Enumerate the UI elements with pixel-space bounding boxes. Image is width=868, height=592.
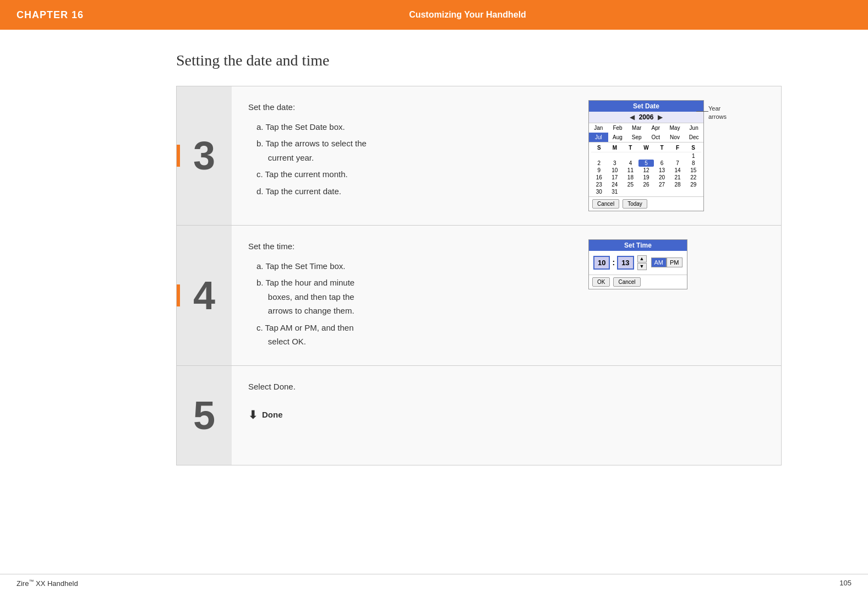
cal-cell-21[interactable]: 21 [670,174,686,181]
time-down-arrow[interactable]: ▼ [637,263,647,270]
step-4-content: Set the time: a. Tap the Set Time box. b… [232,226,781,365]
cal-hdr-t: T [623,145,638,151]
cal-row-3: 9 10 11 12 13 14 15 [591,167,701,174]
cal-cell-28[interactable]: 28 [670,181,686,188]
step-5-text: Select Done. ⬇ Done [248,380,765,425]
cal-hdr-t2: T [654,145,670,151]
cal-cell-20[interactable]: 20 [654,174,670,181]
cal-cell-empty10 [670,188,686,195]
step-4-sub-a: a. Tap the Set Time box. [256,259,566,273]
year-value: 2006 [639,113,654,121]
cal-cell-empty11 [685,188,701,195]
cal-cell-29[interactable]: 29 [685,181,701,188]
month-jul[interactable]: Jul [589,133,608,142]
cal-cell-empty4 [638,152,654,160]
time-minute-box[interactable]: 13 [617,256,634,270]
step-3-sub-d: d. Tap the current date. [256,184,566,199]
cal-cell-empty7 [623,188,638,195]
cal-cell-8[interactable]: 8 [685,160,701,167]
chapter-title: Customizing Your Handheld [84,10,851,20]
pm-button[interactable]: PM [667,257,683,267]
cal-cell-14[interactable]: 14 [670,167,686,174]
cal-cell-3[interactable]: 3 [607,160,623,167]
year-row: ◀ 2006 ▶ [589,112,703,123]
month-aug[interactable]: Aug [608,133,627,142]
month-jun[interactable]: Jun [684,123,703,133]
cal-cell-23[interactable]: 23 [591,181,607,188]
cal-cell-1[interactable]: 1 [685,152,701,160]
cal-cell-13[interactable]: 13 [654,167,670,174]
cal-header: S M T W T F S [591,144,701,152]
cal-cell-7[interactable]: 7 [670,160,686,167]
month-oct[interactable]: Oct [646,133,665,142]
cal-row-5: 23 24 25 26 27 28 29 [591,181,701,188]
cal-cell-26[interactable]: 26 [638,181,654,188]
cal-cell-30[interactable]: 30 [591,188,607,195]
months-grid: Jan Feb Mar Apr May Jun Jul Aug Sep Oct … [589,123,703,142]
cal-cell-25[interactable]: 25 [623,181,638,188]
cal-row-4: 16 17 18 19 20 21 22 [591,174,701,181]
step-4-image: Set Time 10 : 13 ▲ ▼ AM PM [588,239,765,289]
time-cancel-button[interactable]: Cancel [613,277,640,287]
calendar-grid: S M T W T F S [589,142,703,196]
cal-cell-4[interactable]: 4 [623,160,638,167]
month-apr[interactable]: Apr [646,123,665,133]
cal-cell-31[interactable]: 31 [607,188,623,195]
cal-cell-6[interactable]: 6 [654,160,670,167]
ok-button[interactable]: OK [592,277,610,287]
cal-hdr-f: F [670,145,686,151]
set-time-dialog: Set Time 10 : 13 ▲ ▼ AM PM [588,239,687,289]
date-dialog-buttons: Cancel Today [589,196,703,211]
cal-cell-19[interactable]: 19 [638,174,654,181]
month-nov[interactable]: Nov [665,133,685,142]
month-dec[interactable]: Dec [684,133,703,142]
cal-cell-12[interactable]: 12 [638,167,654,174]
am-button[interactable]: AM [651,257,667,267]
month-sep[interactable]: Sep [627,133,646,142]
section-title: Setting the date and time [176,52,835,69]
cal-cell-16[interactable]: 16 [591,174,607,181]
today-button[interactable]: Today [623,199,647,209]
step-5-row: 5 Select Done. ⬇ Done [177,366,781,465]
month-may[interactable]: May [665,123,685,133]
step-4-sub-c: c. Tap AM or PM, and then select OK. [256,321,566,349]
step-4-text: Set the time: a. Tap the Set Time box. b… [248,239,566,352]
time-hour-box[interactable]: 10 [593,256,610,270]
cancel-button[interactable]: Cancel [592,199,619,209]
cal-cell-27[interactable]: 27 [654,181,670,188]
cal-cell-22[interactable]: 22 [685,174,701,181]
cal-cell-9[interactable]: 9 [591,167,607,174]
time-up-arrow[interactable]: ▲ [637,255,647,262]
cal-cell-18[interactable]: 18 [623,174,638,181]
year-arrows-label: Yeararrows [708,105,727,122]
done-label[interactable]: Done [262,408,283,422]
cal-row-6: 30 31 [591,188,701,195]
step-3-sub-a: a. Tap the Set Date box. [256,120,566,134]
step-3-image: Set Date ◀ 2006 ▶ Jan Feb Mar Apr May [588,100,765,211]
step-3-number: 3 [193,133,215,178]
time-body: 10 : 13 ▲ ▼ AM PM [589,251,687,275]
time-ampm: AM PM [651,257,683,267]
month-mar[interactable]: Mar [627,123,646,133]
done-icon-row: ⬇ Done [248,405,283,424]
year-left-arrow[interactable]: ◀ [630,113,635,121]
step-5-main: Select Done. [248,380,765,394]
main-content: Setting the date and time 3 Set the date… [0,30,868,487]
cal-cell-11[interactable]: 11 [623,167,638,174]
cal-cell-17[interactable]: 17 [607,174,623,181]
cal-hdr-w: W [638,145,654,151]
step-3-row: 3 Set the date: a. Tap the Set Date box.… [177,86,781,226]
cal-cell-24[interactable]: 24 [607,181,623,188]
cal-cell-empty6 [670,152,686,160]
year-right-arrow[interactable]: ▶ [658,113,663,121]
cal-cell-empty1 [591,152,607,160]
month-jan[interactable]: Jan [589,123,608,133]
cal-hdr-m: M [607,145,623,151]
cal-cell-empty9 [654,188,670,195]
cal-cell-15[interactable]: 15 [685,167,701,174]
cal-cell-10[interactable]: 10 [607,167,623,174]
cal-cell-5[interactable]: 5 [638,160,654,167]
month-feb[interactable]: Feb [608,123,627,133]
cal-cell-2[interactable]: 2 [591,160,607,167]
step-4-number: 4 [193,273,215,318]
